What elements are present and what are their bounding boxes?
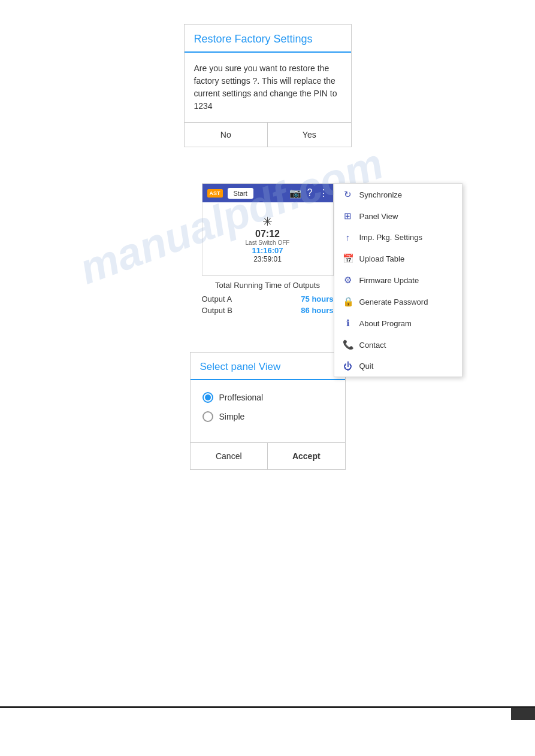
restore-dialog-title: Restore Factory Settings xyxy=(185,25,351,53)
panel-view-icon: ⊞ xyxy=(343,211,353,221)
output-a-value: 75 hours xyxy=(301,294,333,303)
running-time-title: Total Running Time of Outputs xyxy=(215,281,320,290)
secondary-time: 23:59:01 xyxy=(208,255,327,263)
panel-dialog: Select panel View Proffesional Simple Ca… xyxy=(190,352,346,470)
bottom-right-block xyxy=(511,708,535,720)
panel-buttons: Cancel Accept xyxy=(191,442,345,469)
app-toolbar-icons: 📷 ? ⋮ xyxy=(289,187,328,199)
restore-dialog: Restore Factory Settings Are you sure yo… xyxy=(184,24,352,147)
app-content: ✳ 07:12 Last Switch OFF 11:16:07 23:59:0… xyxy=(202,202,333,275)
synchronize-icon: ↻ xyxy=(343,189,353,200)
restore-dialog-buttons: No Yes xyxy=(185,123,351,147)
panel-cancel-button[interactable]: Cancel xyxy=(191,443,268,469)
sun-icon: ✳ xyxy=(208,214,327,229)
quit-icon: ⏻ xyxy=(343,361,353,371)
dropdown-menu: ↻ Synchronize ⊞ Panel View ↑ Imp. Pkg. S… xyxy=(334,183,463,377)
radio-professional-circle[interactable] xyxy=(202,392,213,403)
about-icon: ℹ xyxy=(343,318,353,329)
radio-simple-circle[interactable] xyxy=(202,411,213,422)
camera-icon[interactable]: 📷 xyxy=(289,187,301,199)
menu-item-panel-view[interactable]: ⊞ Panel View xyxy=(334,205,462,227)
menu-item-upload-table[interactable]: 📅 Upload Table xyxy=(334,248,462,269)
menu-item-contact[interactable]: 📞 Contact xyxy=(334,334,462,356)
radio-professional[interactable]: Proffesional xyxy=(202,392,333,403)
imp-pkg-icon: ↑ xyxy=(343,232,353,242)
running-time-table: Output A 75 hours Output B 86 hours xyxy=(202,293,334,316)
restore-dialog-body: Are you sure you want to restore the fac… xyxy=(185,53,351,123)
upload-table-label: Upload Table xyxy=(359,254,405,263)
app-start-button[interactable]: Start xyxy=(228,188,253,199)
panel-dialog-title: Select panel View xyxy=(191,353,345,380)
switch-label: Last Switch OFF xyxy=(208,239,327,246)
firmware-icon: ⚙ xyxy=(343,275,353,286)
app-section: AST Start 📷 ? ⋮ ✳ 07:12 Last Switch OFF … xyxy=(0,183,535,276)
contact-icon: 📞 xyxy=(343,339,353,350)
panel-accept-button[interactable]: Accept xyxy=(268,443,345,469)
time-display: 07:12 xyxy=(208,229,327,239)
quit-label: Quit xyxy=(359,362,374,371)
restore-dialog-section: Restore Factory Settings Are you sure yo… xyxy=(0,0,535,147)
restore-no-button[interactable]: No xyxy=(185,123,268,147)
imp-pkg-label: Imp. Pkg. Settings xyxy=(359,233,423,242)
more-icon[interactable]: ⋮ xyxy=(319,187,328,199)
radio-simple[interactable]: Simple xyxy=(202,411,333,422)
password-icon: 🔒 xyxy=(343,296,353,307)
panel-options: Proffesional Simple xyxy=(191,380,345,442)
output-a-label: Output A xyxy=(202,294,232,303)
firmware-label: Firmware Update xyxy=(359,276,419,285)
table-row: Output B 86 hours xyxy=(202,305,334,316)
generate-password-label: Generate Password xyxy=(359,297,428,306)
panel-view-label: Panel View xyxy=(359,212,398,221)
menu-item-synchronize[interactable]: ↻ Synchronize xyxy=(334,184,462,205)
time-section: ✳ 07:12 Last Switch OFF 11:16:07 23:59:0… xyxy=(208,208,327,269)
menu-item-quit[interactable]: ⏻ Quit xyxy=(334,356,462,377)
restore-yes-button[interactable]: Yes xyxy=(268,123,351,147)
bottom-bar xyxy=(0,706,535,708)
synchronize-label: Synchronize xyxy=(359,190,403,199)
output-b-value: 86 hours xyxy=(301,306,333,315)
menu-item-about[interactable]: ℹ About Program xyxy=(334,312,462,334)
upload-table-icon: 📅 xyxy=(343,253,353,264)
app-toolbar: AST Start 📷 ? ⋮ xyxy=(202,184,333,202)
app-container: AST Start 📷 ? ⋮ ✳ 07:12 Last Switch OFF … xyxy=(202,183,334,276)
menu-item-generate-password[interactable]: 🔒 Generate Password xyxy=(334,291,462,312)
output-b-label: Output B xyxy=(202,306,232,315)
menu-item-imp-pkg[interactable]: ↑ Imp. Pkg. Settings xyxy=(334,227,462,248)
app-logo: AST xyxy=(207,189,223,198)
help-icon[interactable]: ? xyxy=(307,187,313,199)
simple-label: Simple xyxy=(219,412,245,421)
switch-time: 11:16:07 xyxy=(208,246,327,255)
professional-label: Proffesional xyxy=(219,393,264,402)
about-label: About Program xyxy=(359,319,412,328)
contact-label: Contact xyxy=(359,341,386,350)
menu-item-firmware-update[interactable]: ⚙ Firmware Update xyxy=(334,269,462,291)
table-row: Output A 75 hours xyxy=(202,293,334,305)
